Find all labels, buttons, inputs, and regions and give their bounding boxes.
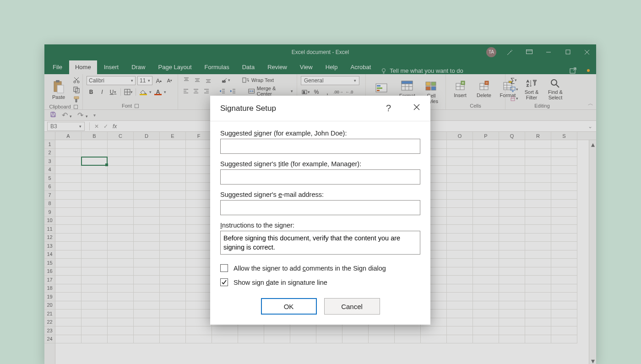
cell[interactable] [447,149,473,158]
cell[interactable] [81,318,108,327]
scroll-down-icon[interactable]: ▾ [590,358,596,364]
cancel-entry-icon[interactable]: ✕ [94,123,99,130]
cell[interactable] [551,335,577,344]
cell[interactable] [499,166,525,174]
fill-icon[interactable]: ▾ [509,85,518,93]
cell[interactable] [551,293,577,301]
cell[interactable] [499,208,525,217]
cell[interactable] [134,157,160,166]
menu-home[interactable]: Home [69,60,97,74]
cell[interactable] [499,310,525,318]
cell[interactable] [81,166,108,174]
cell[interactable] [81,267,108,276]
cell[interactable] [525,250,551,259]
cell[interactable] [160,259,186,267]
cell[interactable] [525,149,551,158]
cell[interactable] [134,149,160,158]
cell[interactable] [55,250,81,259]
cell[interactable] [473,166,499,174]
cell[interactable] [473,276,499,284]
cell[interactable] [108,276,134,284]
align-middle-icon[interactable] [193,76,202,84]
cell[interactable] [160,250,186,259]
cell[interactable] [473,191,499,200]
cell[interactable] [525,259,551,267]
cell[interactable] [55,200,81,208]
notification-dot[interactable] [587,69,590,72]
enter-entry-icon[interactable]: ✓ [103,123,108,130]
row-header[interactable]: 20 [44,301,55,310]
vertical-scrollbar[interactable]: ▴ ▾ [589,140,596,364]
cell[interactable] [108,157,134,166]
cell[interactable] [551,326,577,335]
cell[interactable] [55,191,81,200]
cell[interactable] [81,310,108,318]
cell[interactable] [499,318,525,327]
row-header[interactable]: 6 [44,183,55,191]
show-date-checkbox-row[interactable]: Show sign date in signature line [220,278,420,286]
save-icon[interactable] [50,111,56,120]
borders-button[interactable]: ▾ [124,88,133,96]
cell[interactable] [108,217,134,225]
row-header[interactable]: 1 [44,140,55,149]
bold-button[interactable]: B [87,88,96,96]
cell[interactable] [81,225,108,234]
cell[interactable] [160,326,186,335]
expand-formula-bar-icon[interactable]: ⌄ [588,123,592,130]
cell[interactable] [81,284,108,293]
cell[interactable] [134,183,160,191]
cell[interactable] [499,225,525,234]
increase-font-icon[interactable]: A▴ [154,76,163,85]
cell[interactable] [499,140,525,149]
cell[interactable] [134,234,160,242]
cell[interactable] [447,326,473,335]
cell[interactable] [186,267,212,276]
cell[interactable] [108,208,134,217]
cell[interactable] [55,267,81,276]
row-header[interactable]: 19 [44,293,55,301]
row-header[interactable]: 2 [44,149,55,158]
cell[interactable] [134,318,160,327]
allow-comments-checkbox-row[interactable]: Allow the signer to add comments in the … [220,264,420,272]
cell[interactable] [160,234,186,242]
cell[interactable] [81,335,108,344]
cell[interactable] [134,174,160,183]
undo-icon[interactable]: ↶ ▾ [62,111,72,120]
ok-button[interactable]: OK [261,298,317,315]
column-header[interactable]: C [108,132,134,140]
cell[interactable] [499,276,525,284]
cell[interactable] [525,310,551,318]
row-header[interactable]: 8 [44,200,55,208]
cell[interactable] [108,191,134,200]
cell[interactable] [108,234,134,242]
cell[interactable] [473,225,499,234]
cell[interactable] [499,301,525,310]
column-header[interactable]: B [81,132,108,140]
cell[interactable] [81,149,108,158]
format-painter-button[interactable] [72,95,81,103]
cell[interactable] [81,276,108,284]
qat-customize-icon[interactable]: ▾ [93,113,96,118]
cell[interactable] [108,166,134,174]
menu-draw[interactable]: Draw [125,60,151,74]
menu-insert[interactable]: Insert [98,60,125,74]
cell[interactable] [108,284,134,293]
cell[interactable] [81,217,108,225]
cell[interactable] [473,335,499,344]
decrease-decimal-icon[interactable]: ←.0 [345,88,354,96]
cell[interactable] [55,318,81,327]
cell[interactable] [551,242,577,250]
cell[interactable] [447,183,473,191]
instructions-input[interactable] [220,231,420,255]
cell[interactable] [55,234,81,242]
cell[interactable] [447,234,473,242]
menu-file[interactable]: File [47,60,68,74]
cell[interactable] [551,250,577,259]
cell[interactable] [108,242,134,250]
cell[interactable] [160,242,186,250]
menu-data[interactable]: Data [236,60,261,74]
cell[interactable] [551,225,577,234]
row-header[interactable]: 9 [44,208,55,217]
scroll-up-icon[interactable]: ▴ [590,141,596,147]
row-header[interactable]: 16 [44,267,55,276]
